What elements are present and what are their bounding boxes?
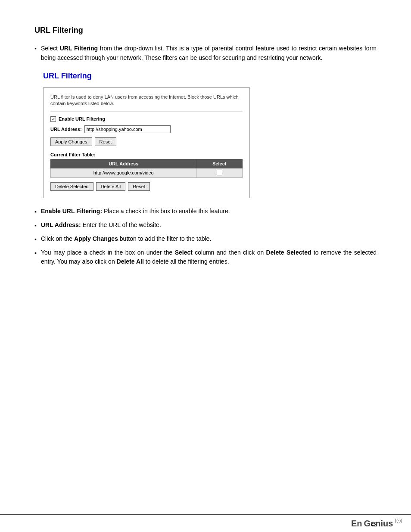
- bullet-apply-changes: Click on the Apply Changes button to add…: [34, 234, 377, 244]
- bullet-url-text: Enter the URL of the website.: [82, 221, 161, 228]
- page-title: URL Filtering: [34, 26, 377, 35]
- ui-panel: URL filter is used to deny LAN users fro…: [43, 87, 250, 198]
- bullet-enable-bold: Enable URL Filtering:: [41, 208, 102, 215]
- filter-table: URL Address Select http://www.google.com…: [50, 159, 243, 178]
- url-address-row: URL Address:: [50, 125, 243, 133]
- footer-brand-en: En: [351, 519, 362, 529]
- delete-selected-button[interactable]: Delete Selected: [50, 182, 93, 191]
- bullet-delete-prefix: You may place a check in the box on unde…: [41, 249, 175, 256]
- intro-bold: URL Filtering: [60, 45, 98, 52]
- col-select: Select: [196, 159, 243, 168]
- footer: En Genius ((·)): [0, 514, 411, 532]
- bullet-delete: You may place a check in the box on unde…: [34, 248, 377, 266]
- bullet-enable: Enable URL Filtering: Place a check in t…: [34, 207, 377, 216]
- intro-bullet: Select URL Filtering from the drop-down …: [34, 44, 377, 63]
- ui-divider: [50, 112, 243, 112]
- reset-button-1[interactable]: Reset: [95, 137, 117, 146]
- ui-description: URL filter is used to deny LAN users fro…: [50, 94, 243, 107]
- table-cell-url: http://www.google.com/video: [51, 168, 196, 177]
- page-number: 43: [371, 522, 377, 528]
- row-select-checkbox[interactable]: [217, 170, 222, 175]
- delete-all-button[interactable]: Delete All: [96, 182, 125, 191]
- bullet-enable-text: Place a check in this box to enable this…: [104, 208, 230, 215]
- bullet-apply-bold: Apply Changes: [74, 235, 118, 242]
- table-row: http://www.google.com/video: [51, 168, 243, 177]
- bullet-delete-end: to delete all the filtering entries.: [144, 258, 229, 265]
- enable-url-filtering-checkbox[interactable]: [50, 116, 56, 122]
- bullet-delete-selected-bold: Delete Selected: [266, 249, 311, 256]
- bullet-delete-middle: column and then click on: [193, 249, 266, 256]
- bottom-button-row: Delete Selected Delete All Reset: [50, 182, 243, 191]
- col-url-address: URL Address: [51, 159, 196, 168]
- top-button-row: Apply Changes Reset: [50, 137, 243, 146]
- bullet-url-bold: URL Address:: [41, 221, 81, 228]
- bullet-delete-all-bold: Delete All: [117, 258, 144, 265]
- description-bullets: Enable URL Filtering: Place a check in t…: [34, 207, 377, 266]
- enable-checkbox-label: Enable URL Filtering: [59, 116, 105, 121]
- url-field-label: URL Address:: [50, 127, 82, 132]
- intro-prefix: Select: [41, 45, 60, 52]
- footer-wifi-icon: ((·)): [395, 518, 402, 523]
- bullet-apply-prefix: Click on the: [41, 235, 74, 242]
- footer-brand-genius: Genius: [364, 519, 393, 529]
- bullet-apply-text: button to add the filter to the table.: [118, 235, 211, 242]
- reset-button-2[interactable]: Reset: [128, 182, 150, 191]
- ui-panel-title: URL Filtering: [43, 72, 377, 81]
- bullet-url-address: URL Address: Enter the URL of the websit…: [34, 221, 377, 230]
- url-address-input[interactable]: [84, 125, 171, 133]
- enable-checkbox-row: Enable URL Filtering: [50, 116, 243, 122]
- table-cell-select: [196, 168, 243, 177]
- table-label: Current Filter Table:: [50, 152, 243, 157]
- apply-changes-button[interactable]: Apply Changes: [50, 137, 92, 146]
- bullet-select-bold: Select: [175, 249, 193, 256]
